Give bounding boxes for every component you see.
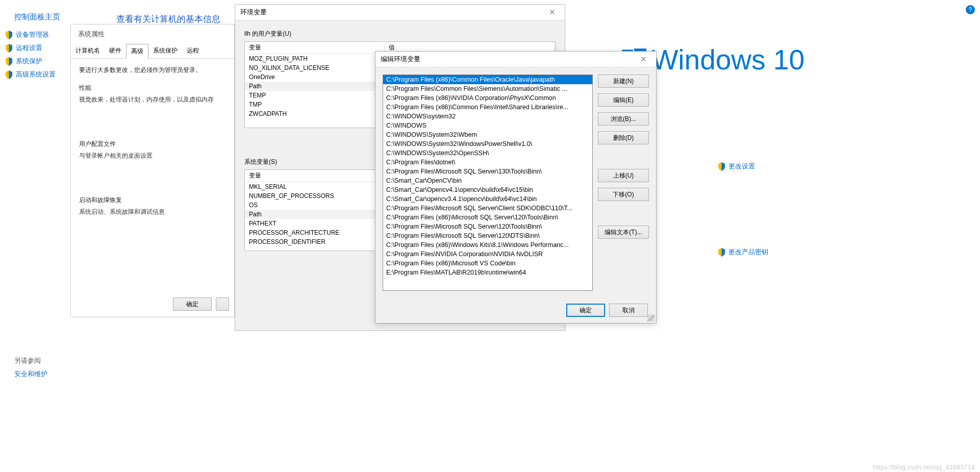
shield-icon — [5, 70, 13, 79]
help-icon[interactable]: ? — [966, 5, 975, 14]
var-name: PROCESSOR_ARCHITECTURE — [245, 228, 384, 237]
path-listbox[interactable]: C:\Program Files (x86)\Common Files\Orac… — [383, 74, 593, 291]
system-properties-dialog: 系统属性 计算机名硬件高级系统保护远程 要进行大多数更改，您必须作为管理员登录。… — [70, 24, 235, 317]
shield-icon — [718, 248, 725, 257]
sidebar-item[interactable]: 设备管理器 — [5, 28, 66, 41]
list-item[interactable]: C:\Smart_Car\opencv3.4.1\opencv\build\x6… — [383, 194, 592, 204]
browse-button[interactable]: 浏览(B)... — [598, 112, 649, 126]
list-item[interactable]: C:\Program Files (x86)\NVIDIA Corporatio… — [383, 93, 592, 103]
right-links: 更改设置 更改产品密钥 — [718, 162, 768, 333]
edit-text-button[interactable]: 编辑文本(T)... — [598, 226, 649, 239]
edit-environment-variable-dialog: 编辑环境变量 ✕ C:\Program Files (x86)\Common F… — [375, 51, 657, 324]
shield-icon — [5, 57, 13, 66]
list-item[interactable]: C:\Program Files (x86)\Common Files\Inte… — [383, 103, 592, 112]
performance-desc: 视觉效果，处理器计划，内存使用，以及虚拟内存 — [79, 95, 226, 104]
close-icon[interactable]: ✕ — [636, 55, 651, 64]
new-button[interactable]: 新建(N) — [598, 74, 649, 88]
cancel-button-partial[interactable] — [216, 297, 229, 311]
list-item[interactable]: C:\Program Files (x86)\Microsoft VS Code… — [383, 259, 592, 268]
dialog-title: 系统属性 — [71, 24, 234, 44]
shield-icon — [5, 44, 13, 53]
shield-icon — [718, 162, 725, 171]
see-also: 另请参阅 安全和维护 — [14, 356, 47, 379]
var-name: OneDrive — [245, 72, 384, 82]
col-variable[interactable]: 变量 — [245, 170, 384, 182]
var-name: ZWCADPATH — [245, 109, 384, 118]
var-name: TMP — [245, 100, 384, 109]
windows-10-text: Windows 10 — [651, 43, 805, 76]
list-item[interactable]: C:\WINDOWS — [383, 121, 592, 130]
shield-icon — [5, 31, 13, 39]
var-name: TEMP — [245, 91, 384, 100]
performance-title: 性能 — [79, 84, 226, 92]
tab-1[interactable]: 硬件 — [105, 44, 126, 58]
list-item[interactable]: C:\Smart_Car\OpenCV\bin — [383, 176, 592, 185]
var-name: Path — [245, 210, 384, 219]
list-item[interactable]: C:\Program Files (x86)\Microsoft SQL Ser… — [383, 213, 592, 222]
sidebar-item-label: 高级系统设置 — [16, 70, 56, 79]
dialog-title: 编辑环境变量 — [381, 55, 420, 64]
side-buttons: 新建(N) 编辑(E) 浏览(B)... 删除(D) 上移(U) 下移(O) 编… — [598, 74, 649, 291]
tab-2[interactable]: 高级 — [126, 44, 148, 59]
var-name: MKL_SERIAL — [245, 182, 384, 192]
var-name: NO_XILINX_DATA_LICENSE — [245, 63, 384, 72]
profiles-title: 用户配置文件 — [79, 140, 226, 148]
list-item[interactable]: C:\Program Files\Microsoft SQL Server\12… — [383, 222, 592, 231]
sidebar-item[interactable]: 远程设置 — [5, 41, 66, 55]
list-item[interactable]: C:\Program Files\Microsoft SQL Server\13… — [383, 167, 592, 176]
dialog-title: 环境变量 — [240, 8, 267, 17]
var-name: Path — [245, 82, 384, 91]
sidebar-item[interactable]: 高级系统设置 — [5, 68, 66, 81]
list-item[interactable]: C:\WINDOWS\System32\Wbem — [383, 130, 592, 139]
list-item[interactable]: C:\Program Files\NVIDIA Corporation\NVID… — [383, 250, 592, 259]
sidebar-item[interactable]: 系统保护 — [5, 55, 66, 68]
cancel-button[interactable]: 取消 — [609, 304, 648, 317]
security-maintenance-link[interactable]: 安全和维护 — [14, 369, 47, 379]
ok-button[interactable]: 确定 — [173, 297, 212, 311]
list-item[interactable]: C:\Program Files (x86)\Windows Kits\8.1\… — [383, 240, 592, 250]
startup-desc: 系统启动、系统故障和调试信息 — [79, 208, 226, 216]
col-variable[interactable]: 变量 — [245, 42, 384, 54]
user-vars-title: llh 的用户变量(U) — [244, 30, 556, 38]
titlebar[interactable]: 编辑环境变量 ✕ — [375, 52, 656, 67]
tab-3[interactable]: 系统保护 — [148, 44, 182, 58]
list-item[interactable]: C:\Smart_Car\Opencv4.1\opencv\build\x64\… — [383, 185, 592, 194]
change-key-text: 更改产品密钥 — [728, 247, 768, 257]
move-up-button[interactable]: 上移(U) — [598, 169, 649, 182]
control-panel-home-link[interactable]: 控制面板主页 — [14, 12, 60, 22]
resize-grip-icon[interactable] — [647, 314, 655, 321]
tab-4[interactable]: 远程 — [182, 44, 204, 58]
list-item[interactable]: C:\Program Files (x86)\Common Files\Orac… — [383, 75, 592, 84]
sidebar-item-label: 远程设置 — [16, 43, 42, 53]
move-down-button[interactable]: 下移(O) — [598, 188, 649, 201]
startup-title: 启动和故障恢复 — [79, 196, 226, 205]
sidebar: 设备管理器远程设置系统保护高级系统设置 — [5, 28, 66, 81]
list-item[interactable]: C:\Program Files\Microsoft SQL Server\Cl… — [383, 204, 592, 213]
edit-button[interactable]: 编辑(E) — [598, 93, 649, 107]
change-settings-text: 更改设置 — [728, 162, 755, 171]
profiles-desc: 与登录帐户相关的桌面设置 — [79, 152, 226, 160]
list-item[interactable]: C:\Program Files\Microsoft SQL Server\12… — [383, 231, 592, 240]
list-item[interactable]: C:\Program Files\Common Files\Siemens\Au… — [383, 84, 592, 93]
change-settings-link[interactable]: 更改设置 — [718, 162, 768, 171]
change-product-key-link[interactable]: 更改产品密钥 — [718, 247, 768, 257]
var-name: MOZ_PLUGIN_PATH — [245, 54, 384, 64]
sidebar-item-label: 设备管理器 — [16, 30, 49, 39]
var-name: PROCESSOR_IDENTIFIER — [245, 237, 384, 246]
tabs: 计算机名硬件高级系统保护远程 — [71, 44, 234, 59]
list-item[interactable]: C:\WINDOWS\System32\OpenSSH\ — [383, 148, 592, 158]
var-name: OS — [245, 201, 384, 210]
var-name: NUMBER_OF_PROCESSORS — [245, 191, 384, 201]
list-item[interactable]: C:\WINDOWS\system32 — [383, 112, 592, 121]
delete-button[interactable]: 删除(D) — [598, 131, 649, 144]
list-item[interactable]: C:\Program Files\dotnet\ — [383, 158, 592, 167]
titlebar[interactable]: 环境变量 ✕ — [235, 5, 565, 20]
close-icon[interactable]: ✕ — [544, 8, 560, 17]
ok-button[interactable]: 确定 — [566, 304, 605, 317]
list-item[interactable]: E:\Program Files\MATLAB\R2019b\runtime\w… — [383, 268, 592, 277]
page-title: 查看有关计算机的基本信息 — [116, 13, 220, 25]
watermark: https://blog.csdn.net/qq_41883714 — [873, 463, 975, 471]
tab-0[interactable]: 计算机名 — [71, 44, 105, 58]
see-also-title: 另请参阅 — [14, 356, 47, 365]
list-item[interactable]: C:\WINDOWS\System32\WindowsPowerShell\v1… — [383, 139, 592, 148]
